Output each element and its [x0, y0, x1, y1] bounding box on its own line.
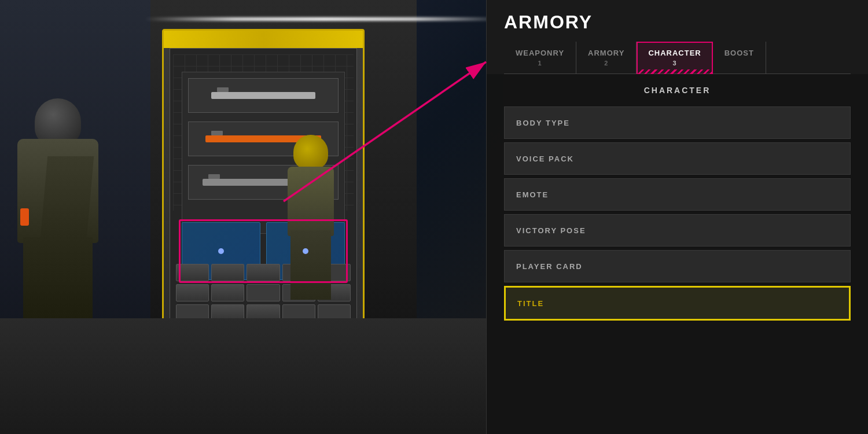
orange-accent [20, 208, 29, 226]
page-title: ARMORY [504, 12, 851, 33]
char-body [282, 135, 340, 337]
tab-character-number: 3 [648, 60, 701, 67]
tab-armory-number: 2 [588, 60, 624, 67]
tab-weaponry-label: WEAPONRY [516, 49, 564, 57]
ammo-slot [176, 264, 209, 281]
menu-item-title[interactable]: TITLE [504, 286, 851, 321]
menu-item-title-label: TITLE [517, 299, 544, 308]
tab-boost-label: BOOST [724, 49, 754, 57]
section-title: CHARACTER [504, 86, 851, 95]
tab-character[interactable]: CHARACTER 3 [637, 42, 712, 74]
ammo-slot [176, 284, 209, 301]
char-legs [290, 230, 331, 300]
player-helmet [35, 98, 81, 145]
ceiling-light [145, 17, 503, 21]
menu-item-emote-label: EMOTE [516, 190, 549, 199]
menu-item-emote[interactable]: EMOTE [504, 178, 851, 211]
menu-item-body-type-label: BODY TYPE [516, 119, 570, 127]
terminal-indicator-right [303, 248, 308, 254]
cabinet-top-bar [164, 31, 363, 48]
game-background: LIBERTY [0, 0, 503, 434]
menu-item-voice-pack-label: VOICE PACK [516, 155, 574, 163]
panel-header: ARMORY WEAPONRY 1 ARMORY 2 CHARACTER 3 B… [487, 0, 868, 74]
menu-item-victory-pose-label: VICTORY POSE [516, 226, 586, 235]
tab-character-label: CHARACTER [648, 49, 701, 57]
panel-content: CHARACTER BODY TYPE VOICE PACK EMOTE VIC… [487, 74, 868, 336]
menu-item-player-card[interactable]: PLAYER CARD [504, 250, 851, 282]
tab-boost[interactable]: BOOST [713, 42, 766, 73]
ammo-slot [211, 284, 244, 301]
tab-armory[interactable]: ARMORY 2 [576, 42, 637, 73]
char-helmet [293, 135, 328, 170]
tab-armory-label: ARMORY [588, 49, 624, 57]
menu-item-voice-pack[interactable]: VOICE PACK [504, 142, 851, 175]
tab-weaponry-number: 1 [516, 60, 564, 67]
char-torso [288, 167, 334, 236]
menu-item-body-type[interactable]: BODY TYPE [504, 106, 851, 139]
menu-item-victory-pose[interactable]: VICTORY POSE [504, 214, 851, 247]
tab-weaponry[interactable]: WEAPONRY 1 [504, 42, 576, 73]
right-panel: ARMORY WEAPONRY 1 ARMORY 2 CHARACTER 3 B… [486, 0, 868, 434]
menu-item-player-card-label: PLAYER CARD [516, 262, 583, 271]
ammo-slot [211, 264, 244, 281]
floor [0, 318, 503, 434]
tab-navigation: WEAPONRY 1 ARMORY 2 CHARACTER 3 BOOST [504, 42, 851, 74]
active-tab-pattern [638, 69, 711, 74]
terminal-indicator-left [218, 248, 224, 254]
